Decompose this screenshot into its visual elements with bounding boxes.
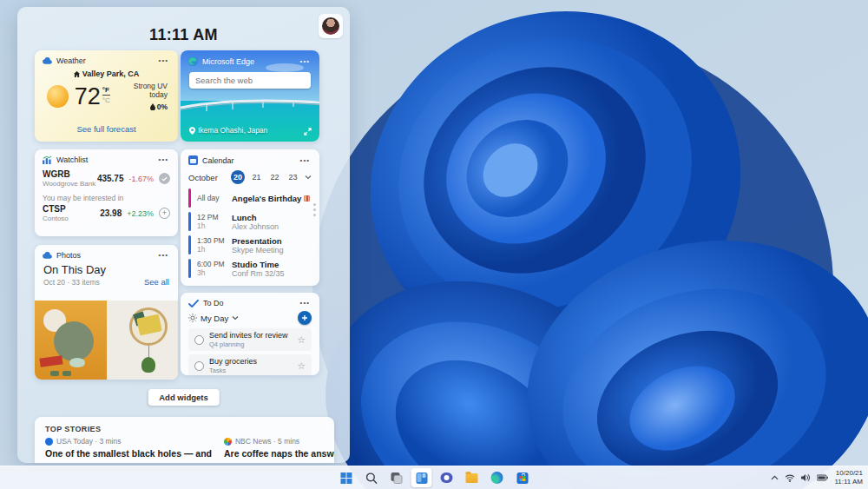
location-pin-icon xyxy=(189,127,195,135)
calendar-day-21[interactable]: 21 xyxy=(250,173,263,182)
store-icon xyxy=(516,472,528,484)
edge-logo-icon xyxy=(188,56,198,66)
photos-cloud-icon xyxy=(43,252,52,259)
add-task-button[interactable] xyxy=(298,311,312,325)
calendar-widget[interactable]: Calendar ••• October 20 21 22 23 All day… xyxy=(181,149,319,286)
speaker-icon xyxy=(801,473,811,482)
my-day-selector[interactable]: My Day xyxy=(201,314,228,323)
battery-button[interactable] xyxy=(817,474,828,481)
todo-more-button[interactable]: ••• xyxy=(299,299,312,307)
stocks-chart-icon xyxy=(43,155,52,164)
photos-more-button[interactable]: ••• xyxy=(157,251,170,260)
edge-widget[interactable]: Microsoft Edge ••• Ikema Ohashi, Japan xyxy=(181,50,319,142)
stock-row-wgrb[interactable]: WGRB Woodgrove Bank 435.75 -1.67% xyxy=(35,166,178,188)
news-story-2[interactable]: NBC News · 5 mins Are coffee naps the an… xyxy=(224,437,334,459)
precip-value: 0% xyxy=(157,102,168,111)
stock-row-ctsp[interactable]: CTSP Contoso 23.98 +2.23% + xyxy=(35,204,178,222)
start-button[interactable] xyxy=(336,468,357,487)
search-button[interactable] xyxy=(361,468,382,487)
photo-thumbnail-1[interactable] xyxy=(35,301,107,380)
folder-icon xyxy=(466,473,478,483)
usa-today-icon xyxy=(45,438,53,446)
tray-clock[interactable]: 10/20/21 11:11 AM xyxy=(834,469,863,486)
file-explorer-button[interactable] xyxy=(462,468,483,487)
news-story-1[interactable]: USA Today · 3 mins One of the smallest b… xyxy=(45,437,212,459)
calendar-month: October xyxy=(188,173,218,182)
search-input[interactable] xyxy=(195,76,310,85)
unit-fahrenheit-toggle[interactable]: °F xyxy=(102,86,110,96)
volume-button[interactable] xyxy=(801,473,811,482)
widgets-button[interactable] xyxy=(411,468,432,487)
task-complete-circle[interactable] xyxy=(194,361,204,371)
network-button[interactable] xyxy=(785,474,795,482)
calendar-event-studio[interactable]: 6:00 PM 3h Studio Time Conf Rm 32/35 xyxy=(188,259,314,278)
event-title: Angela's Birthday xyxy=(232,194,301,203)
task-row-groceries[interactable]: Buy groceries Tasks ☆ xyxy=(188,354,312,375)
calendar-more-button[interactable]: ••• xyxy=(299,156,312,165)
edge-title: Microsoft Edge xyxy=(202,57,254,66)
add-widgets-button[interactable]: Add widgets xyxy=(148,389,219,406)
weather-location-row: Valley Park, CA xyxy=(35,69,178,78)
panel-clock: 11:11 AM xyxy=(17,26,350,44)
avatar xyxy=(322,17,339,35)
event-color-bar xyxy=(188,235,191,254)
wifi-icon xyxy=(785,474,795,482)
edge-more-button[interactable]: ••• xyxy=(299,57,312,66)
watchlist-added-button[interactable] xyxy=(159,173,170,184)
calendar-day-23[interactable]: 23 xyxy=(286,173,299,182)
edge-search-bar[interactable] xyxy=(189,72,311,89)
stock-price: 435.75 xyxy=(97,174,124,183)
calendar-day-22[interactable]: 22 xyxy=(268,173,281,182)
photo-thumbnail-2[interactable] xyxy=(107,301,179,380)
temperature-value: 72 xyxy=(75,84,101,109)
event-title: Presentation xyxy=(232,236,284,246)
task-complete-circle[interactable] xyxy=(194,335,204,345)
calendar-event-lunch[interactable]: 12 PM 1h Lunch Alex Johnson xyxy=(188,212,314,231)
watchlist-add-button[interactable]: + xyxy=(159,208,170,219)
tray-time: 11:11 AM xyxy=(834,478,863,486)
story-source-meta: USA Today · 3 mins xyxy=(56,437,122,446)
check-icon xyxy=(161,176,168,182)
home-icon xyxy=(74,71,80,77)
calendar-scrollbar[interactable] xyxy=(313,203,316,216)
unit-celsius-toggle[interactable]: °C xyxy=(102,96,110,104)
see-full-forecast-link[interactable]: See full forecast xyxy=(35,124,178,134)
edge-browser-button[interactable] xyxy=(487,468,508,487)
story-source-meta: NBC News · 5 mins xyxy=(235,437,299,446)
chevron-down-icon[interactable] xyxy=(305,175,312,180)
event-duration: 1h xyxy=(197,245,232,254)
watchlist-widget[interactable]: Watchlist ••• WGRB Woodgrove Bank 435.75… xyxy=(35,149,178,236)
task-title: Buy groceries xyxy=(209,357,257,366)
photos-widget[interactable]: Photos ••• On This Day Oct 20 · 33 items… xyxy=(35,245,178,380)
profile-button[interactable] xyxy=(319,14,343,38)
sun-icon xyxy=(47,85,69,108)
event-subtitle: Alex Johnson xyxy=(232,222,279,231)
weather-widget[interactable]: Weather ••• Valley Park, CA 72 °F °C Str… xyxy=(35,50,178,142)
expand-icon[interactable] xyxy=(304,128,312,135)
event-time: 1:30 PM xyxy=(197,236,232,245)
story-headline: Are coffee naps the answer to your xyxy=(224,448,334,459)
stock-name: Contoso xyxy=(43,215,69,222)
search-icon xyxy=(365,472,377,484)
star-icon[interactable]: ☆ xyxy=(297,361,306,371)
task-view-button[interactable] xyxy=(386,468,407,487)
see-all-link[interactable]: See all xyxy=(144,277,169,287)
calendar-event-birthday[interactable]: All day Angela's Birthday xyxy=(188,188,314,208)
star-icon[interactable]: ☆ xyxy=(297,335,306,345)
widgets-icon xyxy=(416,472,427,484)
weather-more-button[interactable]: ••• xyxy=(157,56,170,65)
watchlist-more-button[interactable]: ••• xyxy=(157,155,170,164)
show-hidden-icons-button[interactable] xyxy=(771,475,779,480)
calendar-event-presentation[interactable]: 1:30 PM 1h Presentation Skype Meeting xyxy=(188,235,314,254)
todo-widget[interactable]: To Do ••• My Day Send invites for review… xyxy=(181,293,319,375)
calendar-day-20[interactable]: 20 xyxy=(231,170,245,184)
event-duration: 3h xyxy=(197,268,232,277)
nbc-news-icon xyxy=(224,438,232,446)
task-row-invites[interactable]: Send invites for review Q4 planning ☆ xyxy=(188,328,312,351)
chat-button[interactable] xyxy=(437,468,457,487)
microsoft-store-button[interactable] xyxy=(512,468,533,487)
chevron-down-icon[interactable] xyxy=(232,315,239,320)
temperature: 72 °F °C xyxy=(75,84,110,109)
widgets-panel: 11:11 AM Weather ••• Valley Park, CA 72 … xyxy=(17,7,350,463)
event-color-bar xyxy=(188,188,191,208)
